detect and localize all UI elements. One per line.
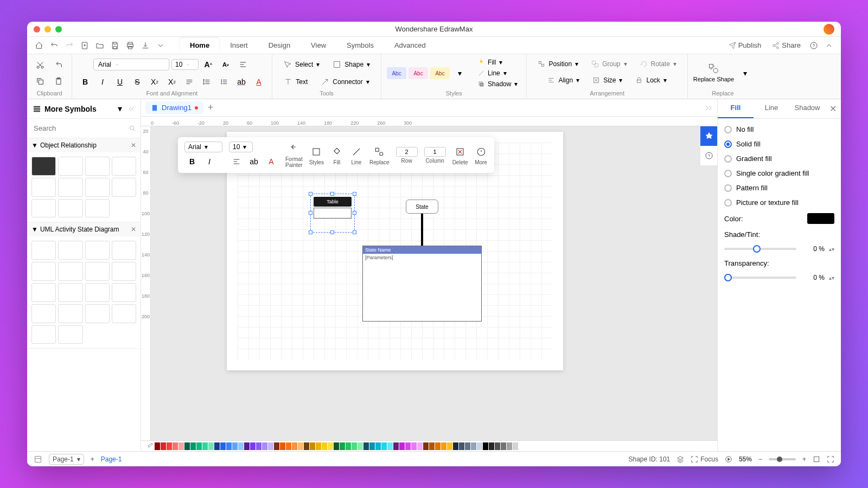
symbol-thumb[interactable]: [112, 262, 136, 281]
symbol-thumb[interactable]: [31, 199, 56, 218]
color-swatch[interactable]: [477, 442, 482, 450]
redo-icon[interactable]: [63, 39, 76, 52]
export-icon[interactable]: [139, 39, 152, 52]
color-swatch[interactable]: [202, 442, 208, 450]
color-swatch[interactable]: [214, 442, 220, 450]
shade-slider[interactable]: [724, 248, 796, 250]
style-preset-1[interactable]: Abc: [387, 67, 406, 79]
color-swatch[interactable]: [346, 442, 351, 450]
rotate-dropdown[interactable]: Rotate▾: [635, 57, 682, 70]
fill-option-single-gradient[interactable]: Single color gradient fill: [724, 169, 834, 177]
color-swatch[interactable]: [453, 442, 458, 450]
connector-tool[interactable]: Connector▾: [315, 75, 374, 89]
format-tab-shadow[interactable]: Shadow: [789, 99, 825, 118]
zoom-out-icon[interactable]: −: [758, 455, 762, 463]
superscript-icon[interactable]: X2: [147, 75, 162, 89]
cut-icon[interactable]: [33, 58, 48, 72]
float-delete[interactable]: Delete: [452, 145, 468, 165]
close-window[interactable]: [34, 26, 40, 33]
decrease-font-icon[interactable]: Av: [218, 57, 233, 72]
fill-option-gradient[interactable]: Gradient fill: [724, 155, 834, 163]
font-size-select[interactable]: 10: [171, 59, 199, 70]
color-swatch[interactable]: [381, 442, 387, 450]
color-swatch[interactable]: [352, 442, 357, 450]
color-swatch[interactable]: [471, 442, 476, 450]
share-button[interactable]: Share: [768, 39, 805, 52]
color-swatch[interactable]: [459, 442, 464, 450]
format-tab-line[interactable]: Line: [754, 99, 789, 118]
color-swatch[interactable]: [304, 442, 309, 450]
float-replace[interactable]: Replace: [369, 145, 390, 165]
format-tab-fill[interactable]: Fill: [718, 99, 754, 118]
color-swatch[interactable]: [501, 442, 506, 450]
color-swatch[interactable]: [334, 442, 339, 450]
color-swatch[interactable]: [155, 442, 160, 450]
page-tab[interactable]: Page-1: [101, 455, 122, 463]
format-painter-icon[interactable]: [51, 58, 66, 72]
subscript-icon[interactable]: X2: [164, 75, 180, 89]
color-swatch[interactable]: [178, 442, 184, 450]
search-icon[interactable]: [129, 124, 136, 133]
minimize-window[interactable]: [44, 26, 51, 33]
float-fill[interactable]: Fill: [330, 145, 343, 165]
highlight-icon[interactable]: ab: [234, 75, 249, 89]
undo-icon[interactable]: [48, 39, 61, 52]
format-tool-icon[interactable]: [700, 126, 717, 146]
symbol-thumb[interactable]: [31, 304, 56, 323]
color-swatch[interactable]: [244, 442, 250, 450]
color-swatch[interactable]: [328, 442, 333, 450]
new-icon[interactable]: [78, 39, 91, 52]
symbol-thumb[interactable]: [112, 283, 136, 302]
new-tab-button[interactable]: +: [208, 102, 214, 113]
float-highlight-icon[interactable]: ab: [246, 155, 261, 169]
color-swatch[interactable]: [519, 442, 524, 450]
color-swatch[interactable]: [507, 442, 512, 450]
float-bold-icon[interactable]: B: [184, 155, 200, 169]
color-swatch[interactable]: [483, 442, 488, 450]
symbol-thumb[interactable]: [85, 178, 110, 197]
color-swatch[interactable]: [316, 442, 321, 450]
color-swatch[interactable]: [250, 442, 256, 450]
color-swatch[interactable]: [184, 442, 190, 450]
add-page-button[interactable]: +: [91, 455, 94, 463]
print-icon[interactable]: [124, 39, 137, 52]
section-uml-activity[interactable]: ▼ UML Activity State Diagram✕: [27, 222, 141, 236]
shadow-dropdown[interactable]: Shadow▾: [475, 79, 521, 89]
float-format-painter[interactable]: Format Painter: [285, 142, 303, 168]
color-swatch[interactable]: [196, 442, 202, 450]
connector-shape[interactable]: [421, 214, 423, 246]
float-row-input[interactable]: [396, 147, 418, 157]
zoom-slider[interactable]: [769, 458, 796, 460]
symbol-thumb[interactable]: [58, 262, 82, 281]
expand-panel-icon[interactable]: [704, 104, 713, 112]
selected-table-shape[interactable]: Table: [314, 197, 352, 229]
panel-dropdown-icon[interactable]: ▾: [118, 104, 122, 114]
replace-dropdown-icon[interactable]: ▾: [737, 66, 752, 80]
symbol-thumb[interactable]: [85, 241, 110, 260]
symbol-thumb[interactable]: [58, 304, 82, 323]
color-swatch[interactable]: [292, 442, 297, 450]
symbol-thumb[interactable]: [31, 178, 56, 197]
color-swatch[interactable]: [173, 442, 178, 450]
color-swatch[interactable]: [256, 442, 261, 450]
size-dropdown[interactable]: Size▾: [587, 74, 628, 87]
close-section-icon[interactable]: ✕: [131, 142, 136, 149]
symbol-thumb[interactable]: [31, 283, 56, 302]
layers-icon[interactable]: [676, 455, 684, 463]
open-icon[interactable]: [93, 39, 106, 52]
select-tool[interactable]: Select▾: [278, 57, 325, 72]
lock-dropdown[interactable]: Lock▾: [630, 74, 672, 87]
color-swatch[interactable]: [274, 442, 279, 450]
bullet-list-icon[interactable]: [216, 75, 232, 89]
color-swatch[interactable]: [399, 442, 405, 450]
color-swatch[interactable]: [208, 442, 214, 450]
symbol-thumb[interactable]: [58, 178, 82, 197]
trans-stepper[interactable]: ▴▾: [829, 275, 834, 281]
float-col-input[interactable]: [424, 147, 446, 157]
presentation-icon[interactable]: [725, 455, 732, 463]
symbol-thumb[interactable]: [112, 241, 136, 260]
float-font[interactable]: Arial▾: [184, 142, 222, 152]
symbol-thumb[interactable]: [58, 199, 82, 218]
style-more-icon[interactable]: ▾: [452, 66, 467, 80]
float-line[interactable]: Line: [350, 145, 363, 165]
